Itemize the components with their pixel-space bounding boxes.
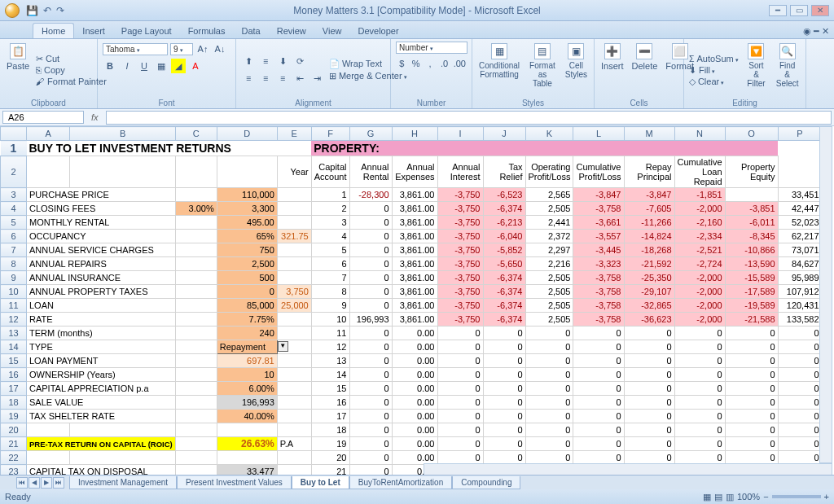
ribbon-tab-page-layout[interactable]: Page Layout (113, 24, 180, 38)
office-button[interactable] (5, 3, 20, 18)
col-header[interactable]: G (349, 127, 392, 141)
data-cell[interactable]: 133,582 (778, 313, 822, 327)
data-cell[interactable]: 0 (674, 354, 725, 368)
underline-icon[interactable]: U (137, 59, 151, 73)
label-cell[interactable]: ANNUAL REPAIRS (27, 257, 176, 271)
sheet-tab[interactable]: Compounding (452, 476, 520, 489)
pct-cell[interactable] (175, 410, 217, 423)
data-cell[interactable]: 0 (483, 410, 525, 423)
data-cell[interactable]: 0 (778, 368, 822, 382)
extra-cell[interactable] (277, 410, 311, 423)
data-cell[interactable]: 84,627 (778, 257, 822, 271)
pct-cell[interactable] (175, 396, 217, 410)
col-header[interactable]: O (725, 127, 778, 141)
data-cell[interactable]: -3,661 (573, 216, 624, 230)
number-format-selector[interactable]: Number (396, 42, 467, 54)
value-cell[interactable]: 65% (217, 230, 277, 243)
sort-filter-button[interactable]: 🔽Sort & Filter (744, 42, 770, 98)
label-cell[interactable]: PURCHASE PRICE (27, 188, 176, 202)
data-cell[interactable]: 0 (349, 257, 392, 271)
data-cell[interactable]: 0.00 (392, 354, 437, 368)
conditional-formatting-button[interactable]: ▦Conditional Formatting (477, 42, 521, 98)
data-cell[interactable]: 0 (349, 243, 392, 257)
row-header[interactable]: 20 (1, 423, 27, 437)
minimize-button[interactable]: ━ (769, 5, 787, 16)
pct-cell[interactable]: 3.00% (175, 202, 217, 216)
label-cell[interactable]: TAX SHELTER RATE (27, 410, 176, 423)
data-cell[interactable]: 0 (349, 230, 392, 243)
delete-cells-button[interactable]: ➖Delete (630, 42, 660, 98)
extra-cell[interactable]: 321.75 (277, 230, 311, 243)
value-cell[interactable]: 3,300 (217, 202, 277, 216)
data-cell[interactable]: -3,323 (573, 257, 624, 271)
data-cell[interactable]: 2,297 (525, 243, 573, 257)
value-cell[interactable]: 110,000 (217, 188, 277, 202)
data-cell[interactable]: 0 (778, 410, 822, 423)
data-cell[interactable]: -3,847 (624, 188, 674, 202)
data-cell[interactable]: 3,861.00 (392, 202, 437, 216)
col-header[interactable]: H (392, 127, 437, 141)
data-cell[interactable]: -6,374 (483, 299, 525, 313)
data-cell[interactable]: 2,505 (525, 202, 573, 216)
data-cell[interactable]: 0 (725, 368, 778, 382)
cell-styles-button[interactable]: ▣Cell Styles (564, 42, 589, 98)
data-cell[interactable]: 0 (573, 382, 624, 396)
value-cell[interactable]: 240 (217, 327, 277, 340)
row-header[interactable]: 7 (1, 243, 27, 257)
pct-cell[interactable] (175, 285, 217, 299)
label-cell[interactable]: RATE (27, 313, 176, 327)
data-cell[interactable]: 0 (573, 423, 624, 437)
data-cell[interactable]: 0 (483, 368, 525, 382)
label-cell[interactable]: PRE-TAX RETURN ON CAPITAL (ROIC) (27, 437, 176, 451)
data-cell[interactable]: -8,345 (725, 230, 778, 243)
zoom-in-icon[interactable]: + (824, 492, 829, 502)
ribbon-tab-developer[interactable]: Developer (349, 24, 406, 38)
vertical-scrollbar[interactable] (819, 126, 832, 463)
data-cell[interactable]: 2,505 (525, 313, 573, 327)
label-cell[interactable]: LOAN PAYMENT (27, 354, 176, 368)
data-cell[interactable]: 0 (483, 354, 525, 368)
font-size-selector[interactable]: 9 (170, 43, 193, 55)
data-cell[interactable]: -3,750 (437, 271, 483, 285)
data-cell[interactable]: 0 (725, 396, 778, 410)
data-cell[interactable]: -6,374 (483, 313, 525, 327)
row-header[interactable]: 17 (1, 382, 27, 396)
decrease-indent-icon[interactable]: ⇤ (292, 71, 307, 85)
qat-redo-icon[interactable]: ↷ (56, 5, 64, 16)
data-cell[interactable]: 0 (483, 437, 525, 451)
data-cell[interactable]: 0 (525, 368, 573, 382)
data-cell[interactable]: 0 (525, 396, 573, 410)
value-cell[interactable]: 500 (217, 271, 277, 285)
value-cell[interactable]: 2,500 (217, 257, 277, 271)
col-header[interactable]: E (277, 127, 311, 141)
data-cell[interactable]: 0 (525, 340, 573, 354)
data-cell[interactable]: 0 (483, 423, 525, 437)
data-cell[interactable]: 3,861.00 (392, 299, 437, 313)
row-header[interactable]: 21 (1, 437, 27, 451)
qat-undo-icon[interactable]: ↶ (43, 5, 51, 16)
view-layout-icon[interactable]: ▤ (714, 492, 722, 502)
row-header[interactable]: 5 (1, 216, 27, 230)
fill-color-icon[interactable]: ◢ (171, 59, 186, 73)
data-cell[interactable]: 2,216 (525, 257, 573, 271)
suffix-cell[interactable]: P.A (277, 437, 311, 451)
data-cell[interactable]: -3,750 (437, 313, 483, 327)
sheet-tab[interactable]: Buy to Let (292, 476, 349, 489)
value-cell[interactable]: 750 (217, 243, 277, 257)
format-painter-button[interactable]: 🖌 Format Painter (36, 77, 107, 86)
ribbon-help[interactable]: ◉ ━ ✕ (798, 24, 834, 38)
data-cell[interactable]: 0 (349, 271, 392, 285)
data-cell[interactable]: 0 (624, 354, 674, 368)
extra-cell[interactable] (277, 271, 311, 285)
data-cell[interactable]: -3,750 (437, 230, 483, 243)
worksheet[interactable]: ABCDEFGHIJKLMNOP1BUY TO LET INVESTMENT R… (0, 126, 834, 476)
data-cell[interactable]: 10 (311, 313, 349, 327)
value-cell[interactable]: 10 (217, 368, 277, 382)
data-cell[interactable]: 0 (725, 423, 778, 437)
tab-nav-last-icon[interactable]: ⏭ (53, 477, 64, 489)
data-cell[interactable]: 0 (778, 396, 822, 410)
data-cell[interactable]: 0 (674, 437, 725, 451)
data-cell[interactable]: 0.00 (392, 340, 437, 354)
data-cell[interactable]: 0 (349, 285, 392, 299)
data-cell[interactable]: -3,847 (573, 188, 624, 202)
